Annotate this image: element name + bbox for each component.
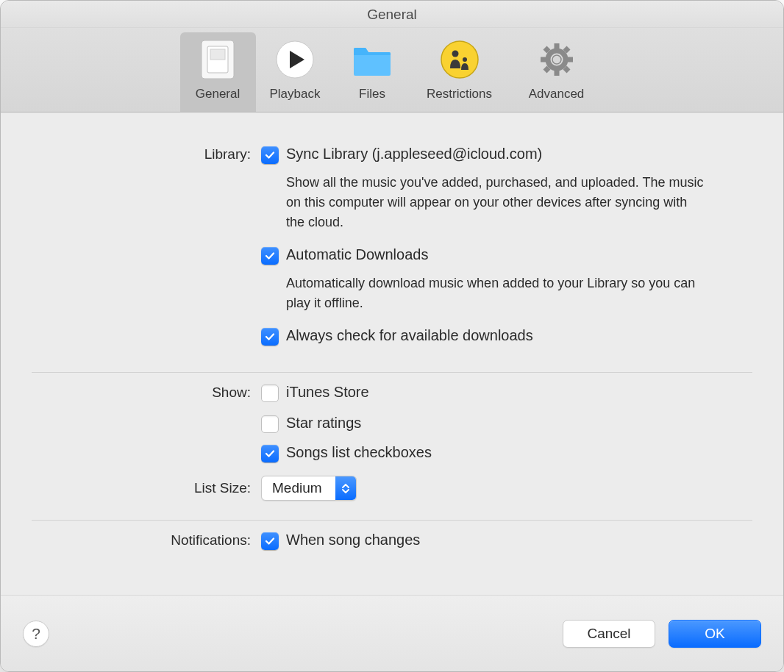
svg-line-15 <box>565 68 569 71</box>
automatic-downloads-checkbox[interactable] <box>261 247 279 265</box>
general-icon <box>196 38 239 81</box>
always-check-label: Always check for available downloads <box>286 326 533 344</box>
tab-files[interactable]: Files <box>335 32 410 112</box>
cancel-button[interactable]: Cancel <box>563 620 655 648</box>
divider <box>32 372 752 373</box>
itunes-store-label: iTunes Store <box>286 383 369 401</box>
advanced-icon <box>535 38 578 81</box>
sync-library-label: Sync Library (j.appleseed@icloud.com) <box>286 145 542 162</box>
svg-point-5 <box>452 51 458 57</box>
content-area: Library: Sync Library (j.appleseed@iclou… <box>1 112 783 595</box>
sync-library-description: Show all the music you've added, purchas… <box>286 173 705 232</box>
show-label: Show: <box>32 383 261 401</box>
svg-point-16 <box>552 55 561 64</box>
svg-line-14 <box>545 68 549 71</box>
tab-restrictions[interactable]: Restrictions <box>412 32 507 112</box>
always-check-checkbox[interactable] <box>261 328 279 346</box>
list-size-label: List Size: <box>32 480 261 496</box>
song-changes-label: When song changes <box>286 531 420 548</box>
ok-button[interactable]: OK <box>669 620 761 648</box>
tab-advanced[interactable]: Advanced <box>509 32 605 112</box>
sync-library-checkbox[interactable] <box>261 146 279 164</box>
stepper-icon <box>335 476 356 500</box>
list-size-value: Medium <box>262 480 335 496</box>
divider <box>32 520 752 521</box>
star-ratings-checkbox[interactable] <box>261 415 279 433</box>
tab-general-label: General <box>196 87 240 101</box>
preferences-toolbar: General Playback Files <box>1 28 783 112</box>
window-title: General <box>1 1 783 28</box>
songs-list-checkboxes-label: Songs list checkboxes <box>286 443 432 461</box>
svg-line-13 <box>565 48 569 51</box>
tab-restrictions-label: Restrictions <box>427 87 492 101</box>
list-size-select[interactable]: Medium <box>261 476 357 501</box>
songs-list-checkboxes-checkbox[interactable] <box>261 445 279 462</box>
footer: ? Cancel OK <box>1 595 783 671</box>
automatic-downloads-description: Automatically download music when added … <box>286 274 705 313</box>
svg-line-12 <box>545 48 549 51</box>
tab-playback-label: Playback <box>270 87 321 101</box>
help-button[interactable]: ? <box>23 621 49 647</box>
tab-advanced-label: Advanced <box>529 87 585 101</box>
tab-files-label: Files <box>359 87 385 101</box>
notifications-label: Notifications: <box>32 531 261 548</box>
itunes-store-checkbox[interactable] <box>261 385 279 402</box>
restrictions-icon <box>438 38 481 81</box>
files-icon <box>351 38 393 81</box>
playback-icon <box>274 38 316 81</box>
library-label: Library: <box>32 145 261 162</box>
tab-general[interactable]: General <box>180 32 256 112</box>
svg-point-6 <box>463 57 467 62</box>
song-changes-checkbox[interactable] <box>261 532 279 550</box>
tab-playback[interactable]: Playback <box>257 32 333 112</box>
svg-rect-2 <box>210 49 225 60</box>
automatic-downloads-label: Automatic Downloads <box>286 246 428 263</box>
svg-point-4 <box>441 41 478 78</box>
star-ratings-label: Star ratings <box>286 414 361 432</box>
